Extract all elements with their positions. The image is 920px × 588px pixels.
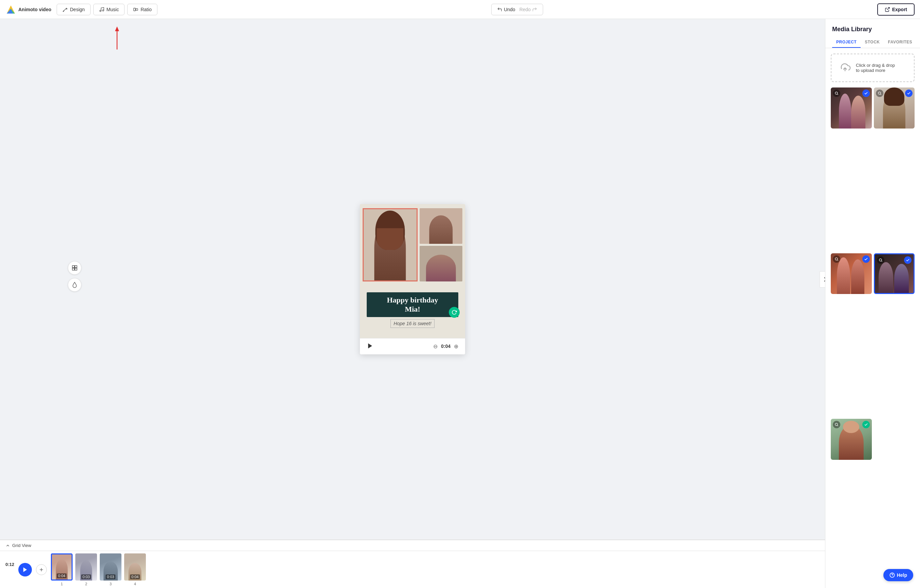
total-time: 0:12 (5, 562, 14, 577)
media-check-4[interactable] (904, 256, 912, 264)
side-tools (68, 261, 81, 292)
add-icon (39, 567, 44, 572)
svg-point-27 (835, 423, 837, 426)
color-drop-icon (71, 282, 78, 288)
svg-marker-10 (115, 26, 119, 31)
svg-line-20 (837, 94, 838, 95)
media-check-5[interactable] (862, 421, 870, 428)
svg-rect-6 (134, 8, 135, 11)
clip-thumb-2[interactable]: 0:03 (75, 553, 97, 580)
layout-tool-button[interactable] (68, 261, 81, 275)
timeline-play-icon (22, 567, 28, 573)
upload-text: Click or drag & drop to upload more (856, 63, 895, 73)
media-zoom-1[interactable] (833, 89, 840, 97)
logo-button[interactable]: Animoto video (5, 4, 51, 15)
media-check-3[interactable] (862, 255, 870, 263)
zoom-icon (878, 91, 882, 95)
add-clip-button[interactable] (36, 564, 47, 575)
preview-photo-area (360, 204, 465, 286)
clip-thumb-4[interactable]: 0:04 (124, 553, 146, 580)
help-icon (889, 572, 895, 578)
svg-marker-15 (368, 343, 372, 348)
redo-button[interactable]: Redo (519, 7, 537, 12)
clip-thumb-3[interactable]: 0:03 (100, 553, 121, 580)
svg-line-28 (837, 426, 838, 426)
upload-cloud-icon (838, 61, 852, 74)
refresh-button[interactable] (449, 307, 460, 318)
timeline-play-button[interactable] (18, 563, 32, 577)
upload-zone[interactable]: Click or drag & drop to upload more (831, 53, 915, 82)
clip-num-3: 3 (110, 582, 112, 586)
design-icon (62, 7, 68, 12)
chevron-right-icon (823, 277, 825, 282)
svg-point-25 (879, 259, 882, 261)
panel-title: Media Library (825, 19, 920, 33)
timeline-clip-2[interactable]: 0:03 2 (75, 553, 97, 586)
svg-rect-13 (72, 268, 74, 270)
ratio-icon (133, 7, 138, 12)
svg-rect-14 (75, 268, 77, 270)
svg-line-26 (881, 261, 882, 262)
tab-stock[interactable]: STOCK (861, 37, 884, 48)
media-item-2[interactable] (874, 87, 915, 129)
ratio-button[interactable]: Ratio (127, 4, 157, 15)
media-item-4[interactable] (874, 253, 915, 294)
clip-time-2: 0:03 (81, 574, 91, 579)
timeline-clip-4[interactable]: 0:04 4 (124, 553, 146, 586)
media-item-1[interactable] (831, 87, 872, 129)
refresh-icon (452, 310, 457, 315)
media-check-2[interactable] (905, 89, 912, 97)
media-item-3[interactable] (831, 253, 872, 294)
check-icon (864, 423, 868, 426)
main-layout: Happy birthday Mia! Hope 16 is sweet! (0, 19, 920, 588)
zoom-icon (879, 258, 883, 262)
zoom-icon (834, 91, 839, 95)
top-navigation: Animoto video Design Music Ratio Undo Re… (0, 0, 920, 19)
export-button[interactable]: Export (877, 3, 915, 16)
svg-line-24 (837, 260, 838, 260)
video-preview: Happy birthday Mia! Hope 16 is sweet! (360, 204, 465, 354)
design-button[interactable]: Design (57, 4, 91, 15)
clip-list: 0:04 1 0:03 2 0:03 (51, 553, 146, 586)
media-zoom-4[interactable] (877, 256, 884, 264)
media-grid (825, 87, 920, 588)
editor-container: Happy birthday Mia! Hope 16 is sweet! (0, 19, 825, 540)
clip-num-1: 1 (61, 582, 63, 586)
media-zoom-5[interactable] (833, 421, 840, 428)
svg-rect-12 (75, 265, 77, 268)
birthday-line2: Mia! (372, 305, 453, 314)
media-check-1[interactable] (862, 89, 870, 97)
svg-point-5 (102, 10, 104, 11)
tab-favorites[interactable]: FAVORITES (884, 37, 916, 48)
birthday-line1: Happy birthday (372, 296, 453, 305)
clip-thumb-1[interactable]: 0:04 (51, 553, 73, 580)
help-button[interactable]: Help (883, 569, 913, 581)
timeline-clip-1[interactable]: 0:04 1 (51, 553, 73, 586)
svg-marker-16 (23, 567, 27, 572)
birthday-text-box[interactable]: Happy birthday Mia! (367, 292, 458, 317)
play-button[interactable] (367, 342, 374, 350)
clip-time-1: 0:04 (57, 573, 66, 578)
tab-project[interactable]: PROJECT (832, 37, 861, 48)
color-tool-button[interactable] (68, 278, 81, 292)
svg-rect-7 (136, 8, 138, 10)
undo-button[interactable]: Undo (497, 7, 518, 12)
undo-redo-group: Undo Redo (491, 4, 543, 15)
canvas-area: Happy birthday Mia! Hope 16 is sweet! (0, 19, 825, 588)
check-icon (864, 257, 868, 261)
svg-point-23 (835, 258, 837, 260)
media-item-5[interactable] (831, 419, 872, 460)
undo-icon (497, 7, 502, 12)
panel-collapse-handle[interactable] (820, 271, 825, 288)
increase-time-button[interactable]: ⊕ (454, 343, 458, 350)
grid-view-toggle[interactable]: Grid View (0, 540, 825, 551)
timeline-clip-3[interactable]: 0:03 3 (100, 553, 121, 586)
playback-bar: ⊖ 0:04 ⊕ (360, 338, 465, 354)
music-button[interactable]: Music (93, 4, 125, 15)
decrease-time-button[interactable]: ⊖ (433, 343, 437, 350)
logo-text: Animoto video (18, 7, 51, 12)
media-zoom-2[interactable] (876, 89, 883, 97)
animoto-logo-icon (5, 4, 16, 15)
zoom-icon (834, 257, 839, 261)
media-zoom-3[interactable] (833, 255, 840, 263)
